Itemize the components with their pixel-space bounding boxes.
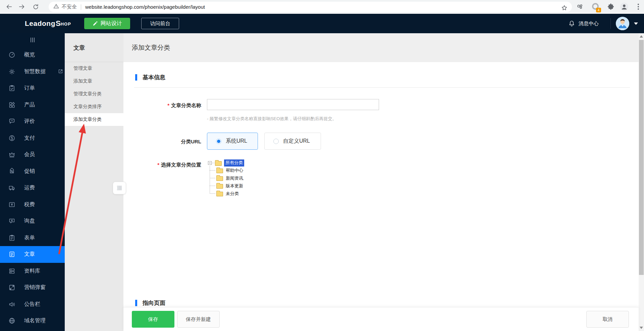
- article-doc-icon: [8, 251, 15, 258]
- forward-icon[interactable]: [17, 2, 26, 11]
- sidebar-item-inquiries[interactable]: 询盘: [0, 213, 65, 230]
- submenu-item-add-category[interactable]: 添加文章分类: [65, 113, 123, 126]
- section-divider: [134, 87, 630, 88]
- category-url-label: 分类URL: [123, 139, 201, 145]
- scrollbar-up-arrow[interactable]: [640, 35, 643, 38]
- library-stack-icon: [8, 267, 15, 275]
- tree-children: 帮助中心 新闻资讯 版本更新 未分类: [210, 167, 244, 197]
- custom-url-option[interactable]: 自定义URL: [264, 133, 321, 150]
- clipboard-check-icon: [8, 85, 15, 92]
- main-sidebar: 概览 智慧数据 订单 产品 评价 支付 会员 促销: [0, 33, 65, 331]
- address-divider: [81, 4, 81, 10]
- sidebar-item-members[interactable]: 会员: [0, 146, 65, 163]
- page-scrollbar[interactable]: [639, 33, 644, 331]
- page-url: website.leadongshop.com/phoenix/pagebuil…: [85, 4, 205, 10]
- popup-expand-icon: [8, 284, 15, 291]
- sidebar-item-orders[interactable]: 订单: [0, 80, 65, 97]
- sidebar-item-shipping[interactable]: 运费: [0, 180, 65, 196]
- visit-frontend-button[interactable]: 访问前台: [141, 18, 179, 29]
- scrollbar-down-arrow[interactable]: [640, 327, 643, 329]
- pencil-icon: [93, 21, 98, 26]
- category-name-input[interactable]: [207, 99, 379, 110]
- submenu-item-add-article[interactable]: 添加文章: [65, 75, 123, 88]
- tree-node-uncategorized[interactable]: 未分类: [210, 190, 244, 197]
- link-extension-icon[interactable]: [576, 2, 584, 11]
- submenu-collapse-button[interactable]: [113, 182, 126, 194]
- user-avatar[interactable]: [616, 17, 629, 30]
- submenu-item-manage-articles[interactable]: 管理文章: [65, 62, 123, 75]
- website-design-button[interactable]: 网站设计: [84, 18, 130, 29]
- basic-info-section-heading: 基本信息: [135, 74, 165, 81]
- main-panel: 添加文章分类 基本信息 *文章分类名称 - 频繁修改文章分类名称直接影响SEO效…: [123, 33, 639, 331]
- not-secure-warning-icon: [53, 3, 59, 10]
- extension-badge-icon[interactable]: 4: [591, 2, 600, 11]
- sidebar-item-domains[interactable]: 域名管理: [0, 313, 65, 329]
- action-footer: 保存 保存并新建 取消: [123, 307, 639, 331]
- grid-shapes-icon: [8, 101, 15, 108]
- sidebar-item-articles[interactable]: 文章: [0, 246, 65, 263]
- inquiry-bubble-icon: [8, 218, 15, 225]
- tree-collapse-toggle[interactable]: [208, 161, 212, 165]
- header-divider: [610, 18, 611, 29]
- save-button[interactable]: 保存: [132, 311, 174, 328]
- message-center-label: 消息中心: [579, 20, 599, 27]
- sidebar-item-overview[interactable]: 概览: [0, 47, 65, 63]
- folder-icon: [216, 176, 223, 181]
- system-url-option[interactable]: 系统URL: [207, 133, 258, 150]
- browser-profile-icon[interactable]: [620, 2, 629, 11]
- category-tree: 所有分类 帮助中心 新闻资讯 版本更新: [208, 159, 244, 197]
- bell-icon: [568, 20, 575, 27]
- leadong-logo: LeadongSHOP: [25, 14, 71, 33]
- sidebar-item-marketing-popup[interactable]: 营销弹窗: [0, 279, 65, 296]
- sidebar-item-promotions[interactable]: 促销: [0, 163, 65, 180]
- sidebar-item-announcements[interactable]: 公告栏: [0, 296, 65, 313]
- form-clipboard-icon: [8, 234, 15, 241]
- account-dropdown-caret[interactable]: [634, 22, 638, 25]
- form-content: 基本信息 *文章分类名称 - 频繁修改文章分类名称直接影响SEO效果，请仔细斟酌…: [123, 62, 639, 331]
- scrollbar-thumb[interactable]: [639, 40, 644, 275]
- tree-node-news[interactable]: 新闻资讯: [210, 174, 244, 182]
- target-page-section-heading: 指向页面: [135, 299, 165, 307]
- radio-unselected-icon: [273, 139, 279, 144]
- radio-selected-icon: [216, 139, 221, 144]
- tree-node-version-updates[interactable]: 版本更新: [210, 182, 244, 190]
- folder-icon: [215, 161, 222, 166]
- submenu-item-manage-categories[interactable]: 管理文章分类: [65, 88, 123, 100]
- sidebar-item-taxes[interactable]: 税费: [0, 196, 65, 213]
- tree-node-help-center[interactable]: 帮助中心: [210, 167, 244, 174]
- section-accent-bar: [135, 300, 137, 306]
- section-accent-bar: [135, 74, 137, 81]
- percent-tag-icon: [8, 168, 15, 175]
- globe-icon: [8, 317, 15, 325]
- address-bar[interactable]: 不安全 website.leadongshop.com/phoenix/page…: [49, 2, 572, 12]
- sidebar-item-payments[interactable]: 支付: [0, 130, 65, 147]
- save-and-new-button[interactable]: 保存并新建: [177, 311, 220, 328]
- sidebar-item-products[interactable]: 产品: [0, 97, 65, 113]
- cancel-button[interactable]: 取消: [586, 311, 629, 328]
- category-position-label: *选择文章分类位置: [123, 162, 201, 168]
- reload-icon[interactable]: [31, 2, 40, 11]
- message-center-button[interactable]: 消息中心: [568, 14, 599, 33]
- app-header: LeadongSHOP 网站设计 访问前台 消息中心: [0, 14, 644, 33]
- sidebar-item-reviews[interactable]: 评价: [0, 113, 65, 130]
- browser-toolbar: 不安全 website.leadongshop.com/phoenix/page…: [0, 0, 644, 14]
- submenu-item-sort-categories[interactable]: 文章分类排序: [65, 100, 123, 113]
- external-link-icon: [54, 67, 63, 76]
- extensions-puzzle-icon[interactable]: [606, 2, 615, 11]
- tree-root-selected-label[interactable]: 所有分类: [224, 159, 244, 167]
- bookmark-star-icon[interactable]: [560, 3, 569, 12]
- folder-icon: [216, 184, 223, 189]
- dollar-circle-icon: [8, 134, 15, 142]
- tree-root-row[interactable]: 所有分类: [208, 159, 244, 167]
- security-label: 不安全: [62, 4, 77, 10]
- seo-hint-text: - 频繁修改文章分类名称直接影响SEO效果，请仔细斟酌后再提交。: [207, 116, 336, 122]
- browser-menu-icon[interactable]: [634, 2, 643, 11]
- page-title: 添加文章分类: [123, 33, 639, 62]
- sidebar-item-forms[interactable]: 表单: [0, 230, 65, 246]
- megaphone-icon: [8, 300, 15, 308]
- sidebar-item-library[interactable]: 资料库: [0, 263, 65, 280]
- sidebar-collapse-handle[interactable]: [0, 33, 65, 47]
- crown-icon: [8, 151, 15, 158]
- sidebar-item-smart-data[interactable]: 智慧数据: [0, 63, 65, 80]
- back-icon[interactable]: [5, 2, 13, 11]
